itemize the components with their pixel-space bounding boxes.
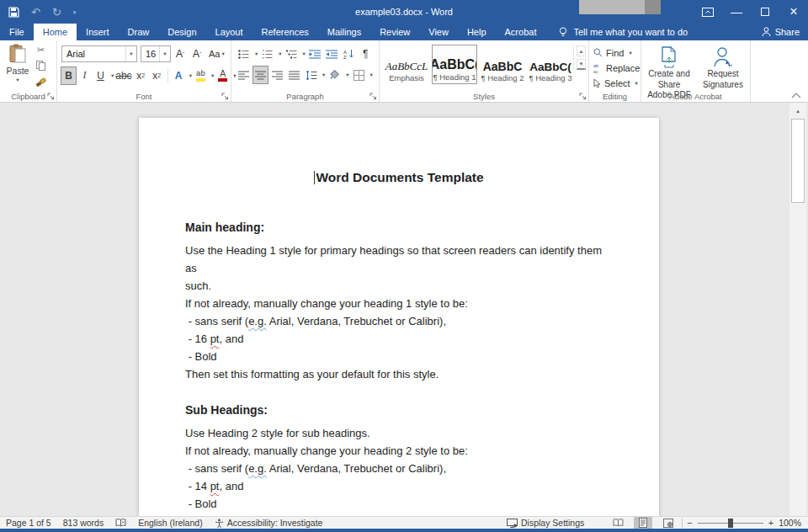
numbering-button[interactable] <box>260 45 274 62</box>
underline-button[interactable]: U <box>93 67 108 84</box>
tab-draw[interactable]: Draw <box>119 24 159 40</box>
font-dialog-launcher-icon[interactable] <box>221 93 229 100</box>
request-signatures-button[interactable]: Request Signatures <box>697 44 749 90</box>
borders-caret-icon[interactable]: ▾ <box>370 72 373 78</box>
find-button[interactable]: Find ▾ <box>593 46 632 59</box>
tab-design[interactable]: Design <box>158 24 205 40</box>
accessibility-status[interactable]: Accessibility: Investigate <box>209 518 329 528</box>
style-heading-1[interactable]: AaBbC( ¶ Heading 1 <box>432 45 477 84</box>
zoom-out-button[interactable]: − <box>687 518 692 528</box>
justify-button[interactable] <box>287 66 301 83</box>
increase-indent-button[interactable] <box>325 45 339 62</box>
subscript-button[interactable]: x2 <box>134 67 148 84</box>
tab-layout[interactable]: Layout <box>206 24 252 40</box>
line-spacing-caret-icon[interactable]: ▾ <box>322 72 325 78</box>
font-color-button[interactable]: A <box>215 67 230 84</box>
superscript-button[interactable]: x2 <box>150 67 164 84</box>
line-spacing-button[interactable] <box>304 66 318 83</box>
cut-icon[interactable]: ✂ <box>37 45 45 55</box>
bullets-caret-icon[interactable]: ▾ <box>255 51 258 57</box>
accessibility-icon <box>215 519 224 528</box>
align-left-button[interactable] <box>237 66 251 83</box>
font-size-combobox[interactable]: 16 ▾ <box>141 45 171 62</box>
shading-button[interactable] <box>327 66 342 83</box>
replace-button[interactable]: abac Replace <box>593 61 640 74</box>
select-button[interactable]: Select ▾ <box>593 77 638 89</box>
sort-button[interactable]: AZ <box>342 45 356 62</box>
font-name-combobox[interactable]: Arial ▾ <box>61 45 137 62</box>
tab-mailings[interactable]: Mailings <box>318 24 370 40</box>
save-icon[interactable] <box>8 7 19 18</box>
redo-icon[interactable]: ↻ <box>52 7 61 18</box>
doc-paragraph: If not already, manually change your hea… <box>185 295 613 312</box>
paste-button[interactable]: Paste ▾ <box>3 44 33 93</box>
bold-button[interactable]: B <box>61 67 76 84</box>
shading-caret-icon[interactable]: ▾ <box>346 72 348 78</box>
underline-caret-icon[interactable]: ▾ <box>111 72 114 79</box>
language-indicator[interactable]: English (Ireland) <box>132 518 208 528</box>
group-paragraph: ▾ ▾ ▾ AZ ¶ <box>231 40 380 102</box>
web-layout-button[interactable] <box>659 517 678 529</box>
format-painter-icon[interactable] <box>35 77 46 87</box>
share-button[interactable]: Share <box>762 24 800 40</box>
document-page[interactable]: Word Documents Template Main heading: Us… <box>139 118 659 516</box>
styles-scroll-up-icon[interactable]: ▲ <box>577 45 586 56</box>
style-emphasis[interactable]: AaBbCcL Emphasis <box>384 45 429 84</box>
minimize-button[interactable]: — <box>722 0 751 24</box>
bullets-button[interactable] <box>237 45 251 62</box>
tab-home[interactable]: Home <box>34 24 77 40</box>
align-right-button[interactable] <box>270 66 284 83</box>
clipboard-dialog-launcher-icon[interactable] <box>47 93 55 100</box>
highlight-color-button[interactable]: ab <box>194 67 208 84</box>
multilevel-caret-icon[interactable]: ▾ <box>303 51 306 57</box>
zoom-percentage[interactable]: 100% <box>773 518 808 528</box>
styles-dialog-launcher-icon[interactable] <box>579 93 587 100</box>
zoom-slider-handle[interactable] <box>728 519 733 528</box>
copy-icon[interactable] <box>36 61 45 71</box>
collapse-ribbon-icon[interactable] <box>791 93 801 98</box>
close-button[interactable]: × <box>779 0 808 24</box>
tab-help[interactable]: Help <box>458 24 496 40</box>
word-count[interactable]: 813 words <box>57 518 109 528</box>
numbering-caret-icon[interactable]: ▾ <box>279 51 281 57</box>
shrink-font-button[interactable]: Aˇ <box>193 45 201 62</box>
multilevel-list-button[interactable] <box>284 45 299 62</box>
italic-button[interactable]: I <box>77 67 92 84</box>
show-marks-button[interactable]: ¶ <box>359 45 373 62</box>
change-case-button[interactable]: Aa▾ <box>209 45 225 62</box>
display-settings-button[interactable]: Display Settings <box>501 518 590 528</box>
decrease-indent-button[interactable] <box>308 45 322 62</box>
styles-more-icon[interactable]: ▼ <box>577 59 586 70</box>
tab-file[interactable]: File <box>0 24 34 40</box>
text-effects-caret-icon[interactable]: ▾ <box>189 72 192 79</box>
share-label: Share <box>775 27 800 37</box>
tab-references[interactable]: References <box>252 24 318 40</box>
maximize-button[interactable] <box>751 0 779 24</box>
page-indicator[interactable]: Page 1 of 5 <box>0 518 57 528</box>
style-heading-3[interactable]: AaBbC( ¶ Heading 3 <box>528 45 573 84</box>
grow-font-button[interactable]: Aˆ <box>176 45 184 62</box>
tab-view[interactable]: View <box>419 24 458 40</box>
print-layout-button[interactable] <box>634 517 652 529</box>
tab-insert[interactable]: Insert <box>77 24 119 40</box>
paragraph-dialog-launcher-icon[interactable] <box>369 93 377 100</box>
text-effects-button[interactable]: A <box>172 67 186 84</box>
tab-acrobat[interactable]: Acrobat <box>496 24 546 40</box>
scrollbar-thumb[interactable] <box>791 119 805 203</box>
document-canvas[interactable]: Word Documents Template Main heading: Us… <box>0 103 808 516</box>
highlight-caret-icon[interactable]: ▾ <box>211 72 214 79</box>
align-center-button[interactable] <box>253 66 268 83</box>
strikethrough-button[interactable]: abc <box>115 67 131 84</box>
proofing-icon[interactable] <box>109 519 132 527</box>
customize-qat-caret-icon[interactable]: ▾ <box>73 9 77 15</box>
tab-review[interactable]: Review <box>370 24 419 40</box>
zoom-slider[interactable] <box>698 523 763 524</box>
tell-me-box[interactable]: Tell me what you want to do <box>559 24 688 40</box>
borders-button[interactable] <box>352 66 366 83</box>
scrollbar-up-icon[interactable]: ▲ <box>790 104 805 117</box>
undo-icon[interactable]: ↶ <box>31 7 40 18</box>
ribbon-display-options-icon[interactable] <box>694 0 722 24</box>
read-mode-button[interactable] <box>609 517 627 529</box>
style-heading-2[interactable]: AaBbC ¶ Heading 2 <box>480 45 525 84</box>
vertical-scrollbar[interactable]: ▲ <box>789 103 806 516</box>
